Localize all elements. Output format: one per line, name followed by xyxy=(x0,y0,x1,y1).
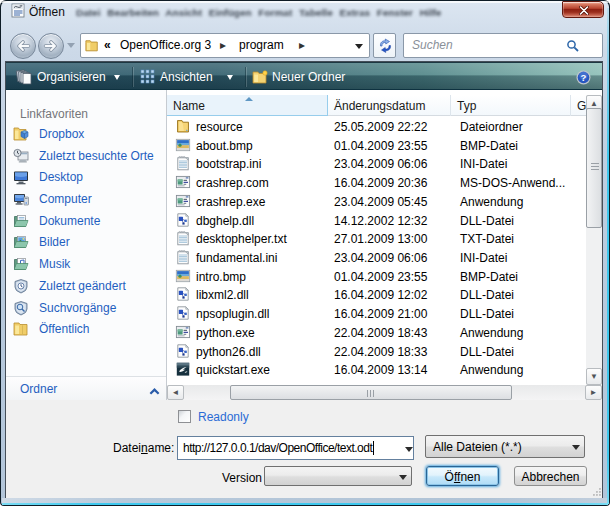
svg-text:?: ? xyxy=(581,72,587,83)
